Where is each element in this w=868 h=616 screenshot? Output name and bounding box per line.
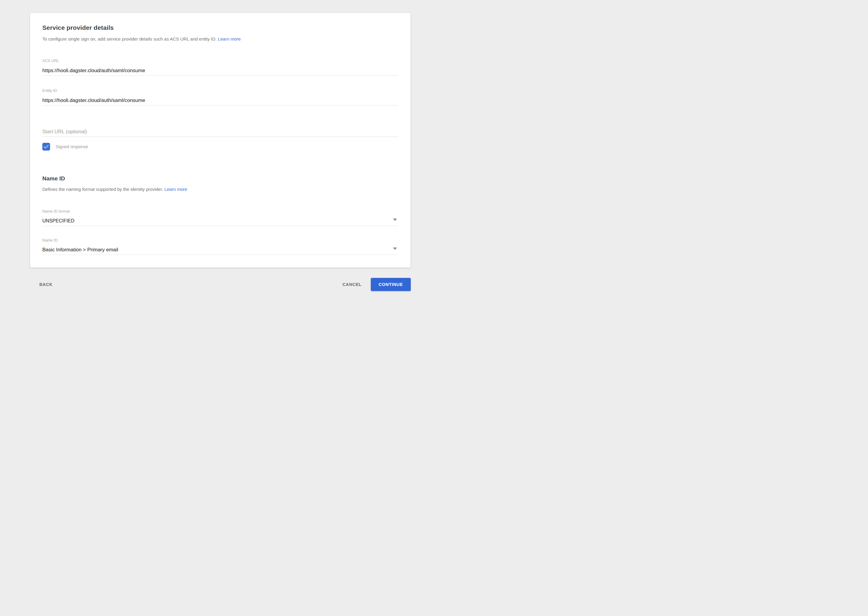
name-id-select[interactable]: Name ID Basic Information > Primary emai…	[42, 238, 398, 255]
name-id-value: Basic Information > Primary email	[42, 243, 398, 255]
name-id-format-label: Name ID format	[42, 209, 398, 214]
service-provider-details-card: Service provider details To configure si…	[30, 13, 411, 268]
back-button[interactable]: BACK	[36, 280, 55, 289]
checkmark-icon	[43, 144, 49, 150]
footer-actions: BACK CANCEL CONTINUE	[30, 278, 411, 291]
name-id-format-value: UNSPECIFIED	[42, 214, 398, 226]
acs-url-label: ACS URL	[42, 58, 398, 63]
entity-id-input[interactable]	[42, 93, 398, 105]
continue-button[interactable]: CONTINUE	[371, 278, 411, 291]
card-intro: To configure single sign on, add service…	[42, 36, 398, 42]
cancel-button[interactable]: CANCEL	[339, 280, 364, 289]
name-id-description-text: Defines the naming format supported by t…	[42, 187, 163, 192]
name-id-learn-more-link[interactable]: Learn more	[164, 187, 187, 192]
name-id-heading: Name ID	[42, 175, 398, 182]
name-id-format-select[interactable]: Name ID format UNSPECIFIED	[42, 209, 398, 226]
start-url-input[interactable]	[42, 124, 398, 137]
entity-id-field: Entity ID	[42, 88, 398, 105]
learn-more-link[interactable]: Learn more	[218, 36, 241, 41]
signed-response-label: Signed response	[56, 144, 88, 149]
name-id-label: Name ID	[42, 238, 398, 243]
acs-url-field: ACS URL	[42, 58, 398, 76]
name-id-description: Defines the naming format supported by t…	[42, 186, 398, 192]
start-url-field	[42, 124, 398, 137]
signed-response-checkbox[interactable]	[42, 143, 50, 151]
page-background: Service provider details To configure si…	[0, 0, 434, 308]
signed-response-row: Signed response	[42, 143, 398, 151]
card-intro-text: To configure single sign on, add service…	[42, 36, 217, 41]
acs-url-input[interactable]	[42, 63, 398, 76]
card-title: Service provider details	[42, 24, 398, 31]
entity-id-label: Entity ID	[42, 88, 398, 93]
chevron-down-icon	[393, 247, 397, 250]
chevron-down-icon	[393, 218, 397, 221]
